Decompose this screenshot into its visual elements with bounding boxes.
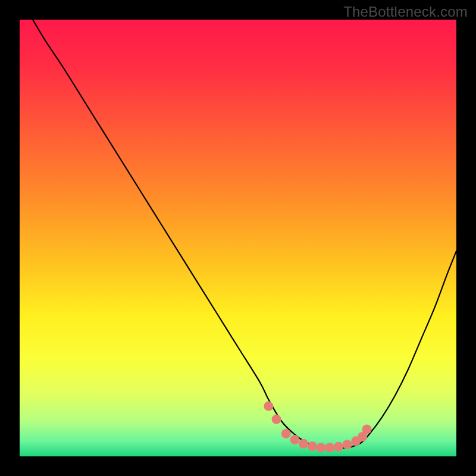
dot-icon (272, 415, 281, 424)
dot-icon (264, 402, 273, 411)
dot-icon (308, 441, 317, 451)
watermark-text: TheBottleneck.com (343, 4, 468, 20)
dot-icon (325, 443, 334, 452)
dot-icon (334, 442, 343, 452)
dot-icon (299, 439, 308, 449)
dot-icon (316, 443, 325, 452)
dot-icon (290, 435, 299, 444)
dots-layer (20, 20, 456, 456)
plot-area (20, 20, 456, 456)
dot-icon (281, 429, 291, 439)
optimal-range-dots (264, 402, 371, 453)
dot-icon (343, 440, 352, 449)
chart-stage: TheBottleneck.com (0, 0, 476, 476)
dot-icon (362, 424, 372, 434)
